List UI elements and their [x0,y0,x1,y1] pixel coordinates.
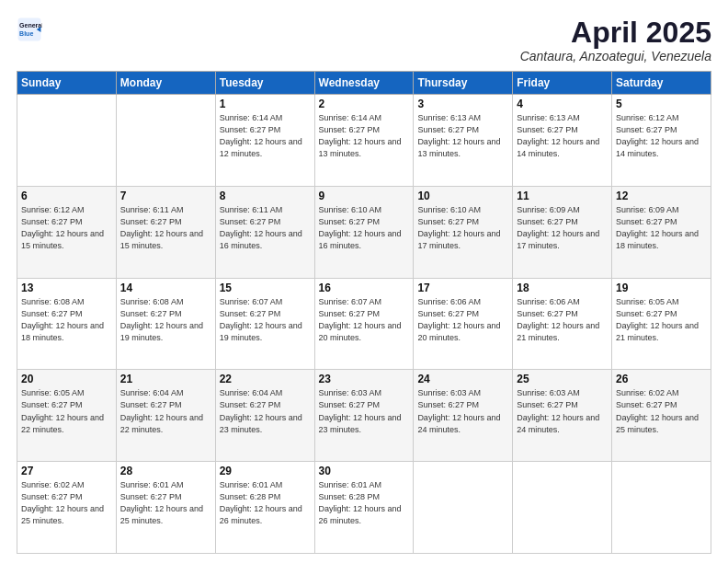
calendar-day-cell: 1Sunrise: 6:14 AMSunset: 6:27 PMDaylight… [215,95,314,187]
day-info: Sunrise: 6:14 AMSunset: 6:27 PMDaylight:… [319,113,402,158]
logo-icon: General Blue [17,17,42,42]
day-info: Sunrise: 6:01 AMSunset: 6:27 PMDaylight:… [120,480,203,525]
calendar-day-cell: 3Sunrise: 6:13 AMSunset: 6:27 PMDaylight… [414,95,513,187]
svg-text:Blue: Blue [19,30,33,37]
calendar-day-cell: 17Sunrise: 6:06 AMSunset: 6:27 PMDayligh… [414,278,513,370]
day-info: Sunrise: 6:11 AMSunset: 6:27 PMDaylight:… [220,205,302,250]
day-info: Sunrise: 6:08 AMSunset: 6:27 PMDaylight:… [21,297,104,342]
day-number: 4 [517,98,608,110]
calendar-day-cell: 10Sunrise: 6:10 AMSunset: 6:27 PMDayligh… [414,186,513,278]
day-info: Sunrise: 6:05 AMSunset: 6:27 PMDaylight:… [616,297,699,342]
calendar-day-cell: 12Sunrise: 6:09 AMSunset: 6:27 PMDayligh… [612,186,711,278]
day-info: Sunrise: 6:12 AMSunset: 6:27 PMDaylight:… [21,205,104,250]
day-info: Sunrise: 6:09 AMSunset: 6:27 PMDaylight:… [517,205,599,250]
calendar-day-cell: 21Sunrise: 6:04 AMSunset: 6:27 PMDayligh… [116,370,215,462]
day-info: Sunrise: 6:08 AMSunset: 6:27 PMDaylight:… [120,297,203,342]
logo: General Blue [17,17,42,42]
day-info: Sunrise: 6:06 AMSunset: 6:27 PMDaylight:… [417,297,500,342]
day-number: 11 [517,190,608,202]
day-info: Sunrise: 6:13 AMSunset: 6:27 PMDaylight:… [517,113,599,158]
calendar-day-cell: 26Sunrise: 6:02 AMSunset: 6:27 PMDayligh… [612,370,711,462]
calendar-day-cell: 27Sunrise: 6:02 AMSunset: 6:27 PMDayligh… [17,462,117,554]
day-info: Sunrise: 6:03 AMSunset: 6:27 PMDaylight:… [417,388,500,433]
day-number: 23 [319,373,410,385]
calendar-day-cell: 19Sunrise: 6:05 AMSunset: 6:27 PMDayligh… [612,278,711,370]
day-info: Sunrise: 6:07 AMSunset: 6:27 PMDaylight:… [220,297,302,342]
day-number: 16 [319,282,410,294]
day-info: Sunrise: 6:11 AMSunset: 6:27 PMDaylight:… [120,205,203,250]
day-info: Sunrise: 6:04 AMSunset: 6:27 PMDaylight:… [220,388,302,433]
calendar-day-cell [414,462,513,554]
calendar-day-cell: 16Sunrise: 6:07 AMSunset: 6:27 PMDayligh… [314,278,414,370]
day-number: 25 [517,373,608,385]
calendar-week-row: 20Sunrise: 6:05 AMSunset: 6:27 PMDayligh… [17,370,711,462]
calendar-day-cell: 22Sunrise: 6:04 AMSunset: 6:27 PMDayligh… [215,370,314,462]
day-number: 2 [319,98,410,110]
day-number: 24 [417,373,508,385]
day-info: Sunrise: 6:10 AMSunset: 6:27 PMDaylight:… [319,205,402,250]
day-number: 1 [220,98,311,110]
day-number: 17 [417,282,508,294]
day-number: 12 [616,190,707,202]
day-info: Sunrise: 6:01 AMSunset: 6:28 PMDaylight:… [220,480,302,525]
calendar-day-cell: 6Sunrise: 6:12 AMSunset: 6:27 PMDaylight… [17,186,117,278]
day-number: 8 [220,190,311,202]
calendar-day-cell: 4Sunrise: 6:13 AMSunset: 6:27 PMDaylight… [513,95,612,187]
calendar-day-cell: 23Sunrise: 6:03 AMSunset: 6:27 PMDayligh… [314,370,414,462]
calendar-day-cell: 13Sunrise: 6:08 AMSunset: 6:27 PMDayligh… [17,278,117,370]
calendar-day-cell: 5Sunrise: 6:12 AMSunset: 6:27 PMDaylight… [612,95,711,187]
calendar-day-cell [17,95,117,187]
calendar-day-cell: 8Sunrise: 6:11 AMSunset: 6:27 PMDaylight… [215,186,314,278]
day-info: Sunrise: 6:05 AMSunset: 6:27 PMDaylight:… [21,388,104,433]
day-number: 10 [417,190,508,202]
day-number: 13 [21,282,112,294]
day-number: 14 [120,282,211,294]
day-info: Sunrise: 6:04 AMSunset: 6:27 PMDaylight:… [120,388,203,433]
calendar-day-cell: 9Sunrise: 6:10 AMSunset: 6:27 PMDaylight… [314,186,414,278]
weekday-header-cell: Wednesday [314,72,414,95]
calendar-day-cell: 29Sunrise: 6:01 AMSunset: 6:28 PMDayligh… [215,462,314,554]
day-number: 3 [417,98,508,110]
calendar-day-cell: 30Sunrise: 6:01 AMSunset: 6:28 PMDayligh… [314,462,414,554]
calendar-week-row: 27Sunrise: 6:02 AMSunset: 6:27 PMDayligh… [17,462,711,554]
day-info: Sunrise: 6:10 AMSunset: 6:27 PMDaylight:… [417,205,500,250]
day-number: 30 [319,465,410,477]
calendar-day-cell: 14Sunrise: 6:08 AMSunset: 6:27 PMDayligh… [116,278,215,370]
day-number: 29 [220,465,311,477]
page: General Blue April 2025 Cantaura, Anzoat… [0,0,728,563]
day-number: 9 [319,190,410,202]
weekday-header-cell: Saturday [612,72,711,95]
month-title: April 2025 [520,17,711,49]
calendar-day-cell: 24Sunrise: 6:03 AMSunset: 6:27 PMDayligh… [414,370,513,462]
calendar-day-cell: 25Sunrise: 6:03 AMSunset: 6:27 PMDayligh… [513,370,612,462]
day-info: Sunrise: 6:13 AMSunset: 6:27 PMDaylight:… [417,113,500,158]
calendar-week-row: 1Sunrise: 6:14 AMSunset: 6:27 PMDaylight… [17,95,711,187]
day-info: Sunrise: 6:02 AMSunset: 6:27 PMDaylight:… [616,388,699,433]
day-number: 28 [120,465,211,477]
calendar-day-cell: 2Sunrise: 6:14 AMSunset: 6:27 PMDaylight… [314,95,414,187]
day-info: Sunrise: 6:03 AMSunset: 6:27 PMDaylight:… [319,388,402,433]
weekday-header-cell: Friday [513,72,612,95]
title-block: April 2025 Cantaura, Anzoategui, Venezue… [520,17,711,63]
header: General Blue April 2025 Cantaura, Anzoat… [17,17,711,63]
calendar-day-cell [513,462,612,554]
calendar-week-row: 6Sunrise: 6:12 AMSunset: 6:27 PMDaylight… [17,186,711,278]
location-subtitle: Cantaura, Anzoategui, Venezuela [520,49,711,63]
calendar-day-cell: 11Sunrise: 6:09 AMSunset: 6:27 PMDayligh… [513,186,612,278]
calendar-body: 1Sunrise: 6:14 AMSunset: 6:27 PMDaylight… [17,95,711,554]
day-number: 27 [21,465,112,477]
day-number: 22 [220,373,311,385]
day-number: 26 [616,373,707,385]
day-number: 20 [21,373,112,385]
day-info: Sunrise: 6:12 AMSunset: 6:27 PMDaylight:… [616,113,699,158]
day-info: Sunrise: 6:02 AMSunset: 6:27 PMDaylight:… [21,480,104,525]
calendar-day-cell: 7Sunrise: 6:11 AMSunset: 6:27 PMDaylight… [116,186,215,278]
calendar-week-row: 13Sunrise: 6:08 AMSunset: 6:27 PMDayligh… [17,278,711,370]
day-number: 15 [220,282,311,294]
day-number: 5 [616,98,707,110]
calendar-day-cell: 28Sunrise: 6:01 AMSunset: 6:27 PMDayligh… [116,462,215,554]
calendar-day-cell: 20Sunrise: 6:05 AMSunset: 6:27 PMDayligh… [17,370,117,462]
day-info: Sunrise: 6:07 AMSunset: 6:27 PMDaylight:… [319,297,402,342]
day-number: 21 [120,373,211,385]
day-number: 18 [517,282,608,294]
